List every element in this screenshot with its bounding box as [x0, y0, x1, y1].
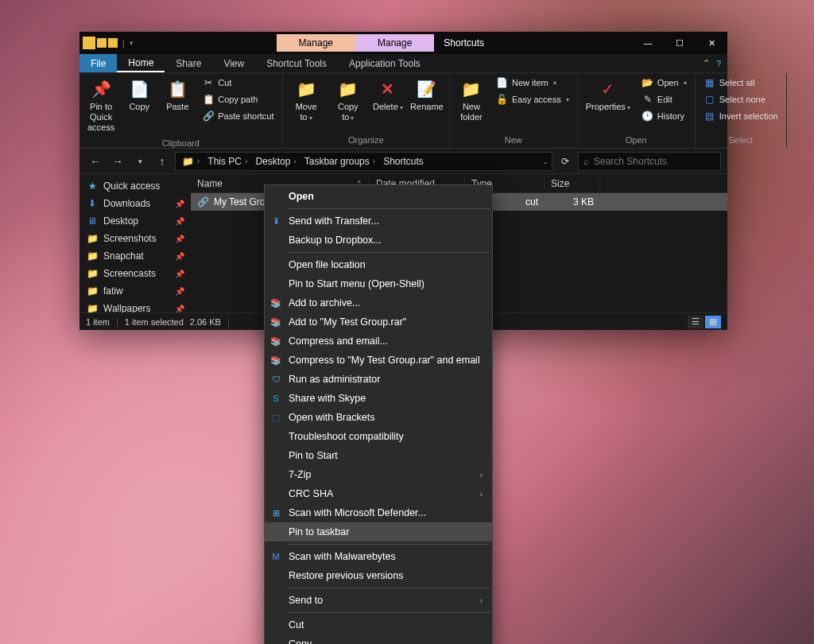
delete-icon: ✕	[377, 78, 399, 100]
ribbon-group-clipboard: 📌 Pin to Quick access 📄 Copy 📋 Paste ✂Cu…	[79, 73, 283, 148]
select-none-button[interactable]: ▢Select none	[699, 91, 783, 107]
up-button[interactable]: ↑	[153, 152, 172, 171]
help-icon[interactable]: ?	[716, 59, 721, 68]
ctx-scan-defender[interactable]: ⊞Scan with Microsoft Defender...	[265, 503, 492, 522]
tab-application-tools[interactable]: Application Tools	[338, 54, 432, 72]
copy-to-button[interactable]: 📁 Copy to▾	[328, 75, 368, 126]
cut-button[interactable]: ✂Cut	[197, 75, 278, 91]
scissors-icon: ✂	[202, 76, 215, 89]
nav-wallpapers[interactable]: 📁Wallpapers📌	[79, 300, 191, 312]
search-box[interactable]: ⌕	[578, 152, 721, 171]
rename-button[interactable]: 📝 Rename	[408, 75, 446, 115]
nav-desktop[interactable]: 🖥Desktop📌	[79, 212, 191, 230]
tab-shortcut-tools[interactable]: Shortcut Tools	[255, 54, 338, 72]
new-folder-button[interactable]: 📁 New folder	[453, 75, 490, 126]
ctx-open[interactable]: Open	[265, 187, 492, 206]
nav-screencasts[interactable]: 📁Screencasts📌	[79, 265, 191, 282]
breadcrumb-item[interactable]: Desktop›	[252, 156, 299, 167]
folder-icon	[108, 38, 118, 48]
invert-selection-button[interactable]: ▤Invert selection	[699, 108, 783, 124]
breadcrumb-item[interactable]: This PC›	[204, 156, 250, 167]
ctx-pin-start-shell[interactable]: Pin to Start menu (Open-Shell)	[265, 274, 492, 293]
nav-fatiw[interactable]: 📁fatiw📌	[79, 282, 191, 300]
pin-icon: 📌	[90, 78, 112, 100]
ctx-pin-taskbar[interactable]: Pin to taskbar	[265, 522, 492, 541]
ctx-share-skype[interactable]: SShare with Skype	[265, 389, 492, 408]
tab-share[interactable]: Share	[165, 54, 212, 72]
ctx-troubleshoot[interactable]: Troubleshoot compatibility	[265, 427, 492, 446]
ctx-restore-versions[interactable]: Restore previous versions	[265, 566, 492, 585]
ctx-copy[interactable]: Copy	[265, 634, 492, 644]
view-icons-button[interactable]: ▦	[705, 316, 721, 328]
ctx-pin-start[interactable]: Pin to Start	[265, 446, 492, 465]
nav-quick-access[interactable]: ★Quick access	[79, 177, 191, 195]
open-icon: 📂	[642, 76, 654, 89]
history-button[interactable]: 🕐History	[637, 108, 692, 124]
titlebar[interactable]: | ▾ Manage Manage Shortcuts — ☐ ✕	[79, 32, 727, 54]
ctx-compress-email[interactable]: 📚Compress and email...	[265, 332, 492, 351]
forward-button[interactable]: →	[108, 152, 127, 171]
edit-icon: ✎	[642, 93, 654, 106]
ctx-send-transfer[interactable]: ⬇Send with Transfer...	[265, 211, 492, 231]
properties-icon: ✓	[597, 78, 619, 100]
select-none-icon: ▢	[704, 93, 716, 106]
view-details-button[interactable]: ☰	[688, 316, 704, 328]
minimize-button[interactable]: —	[632, 32, 664, 54]
recent-dropdown[interactable]: ▾	[130, 152, 149, 171]
ctx-tab-application[interactable]: Manage	[355, 34, 434, 52]
close-button[interactable]: ✕	[696, 32, 727, 54]
ctx-open-location[interactable]: Open file location	[265, 255, 492, 274]
ctx-run-admin[interactable]: 🛡Run as administrator	[265, 370, 492, 389]
ctx-tab-shortcut[interactable]: Manage	[277, 34, 355, 52]
edit-button[interactable]: ✎Edit	[637, 91, 692, 107]
copy-path-button[interactable]: 📋Copy path	[197, 91, 278, 107]
back-button[interactable]: ←	[86, 152, 105, 171]
ctx-open-brackets[interactable]: ⬚Open with Brackets	[265, 408, 492, 427]
column-size[interactable]: Size	[545, 178, 600, 189]
ctx-cut[interactable]: Cut	[265, 615, 492, 634]
qat-dropdown-icon[interactable]: ▾	[130, 39, 134, 47]
breadcrumb-root-icon[interactable]: 📁›	[179, 156, 203, 167]
ctx-7zip[interactable]: 7-Zip›	[265, 465, 492, 484]
properties-button[interactable]: ✓ Properties▾	[581, 75, 635, 115]
delete-button[interactable]: ✕ Delete▾	[370, 75, 406, 115]
ctx-compress-rar-email[interactable]: 📚Compress to "My Test Group.rar" and ema…	[265, 351, 492, 370]
move-to-button[interactable]: 📁 Move to▾	[286, 75, 327, 126]
nav-screenshots[interactable]: 📁Screenshots📌	[79, 230, 191, 247]
paste-button[interactable]: 📋 Paste	[159, 75, 196, 115]
breadcrumb-dropdown-icon[interactable]: ⌄	[542, 157, 548, 165]
copy-to-icon: 📁	[337, 78, 359, 100]
easy-access-button[interactable]: 🔓Easy access▾	[491, 91, 574, 107]
maximize-button[interactable]: ☐	[664, 32, 696, 54]
select-all-button[interactable]: ▦Select all	[699, 75, 783, 91]
breadcrumb[interactable]: 📁› This PC› Desktop› Taskbar groups› Sho…	[175, 152, 552, 171]
winrar-icon: 📚	[269, 316, 282, 328]
ctx-send-to[interactable]: Send to›	[265, 591, 492, 610]
pin-icon: 📌	[175, 270, 184, 278]
desktop-icon: 🖥	[86, 215, 99, 227]
breadcrumb-item[interactable]: Taskbar groups›	[301, 156, 378, 167]
breadcrumb-item[interactable]: Shortcuts	[380, 156, 427, 167]
paste-shortcut-button[interactable]: 🔗Paste shortcut	[197, 108, 278, 124]
navigation-pane[interactable]: ★Quick access ⬇Downloads📌 🖥Desktop📌 📁Scr…	[79, 174, 191, 312]
nav-snapchat[interactable]: 📁Snapchat📌	[79, 247, 191, 265]
tab-file[interactable]: File	[79, 54, 117, 72]
ctx-backup-dropbox[interactable]: Backup to Dropbox...	[265, 231, 492, 250]
new-item-button[interactable]: 📄New item▾	[491, 75, 574, 91]
winrar-icon: 📚	[269, 297, 282, 309]
ctx-scan-malwarebytes[interactable]: MScan with Malwarebytes	[265, 547, 492, 566]
nav-downloads[interactable]: ⬇Downloads📌	[79, 195, 191, 212]
open-button[interactable]: 📂Open▾	[637, 75, 692, 91]
quick-access-toolbar: | ▾	[79, 37, 134, 49]
search-input[interactable]	[594, 156, 715, 167]
ctx-crc-sha[interactable]: CRC SHA›	[265, 484, 492, 503]
ctx-add-archive[interactable]: 📚Add to archive...	[265, 293, 492, 312]
pin-quick-access-button[interactable]: 📌 Pin to Quick access	[83, 75, 119, 137]
tab-view[interactable]: View	[212, 54, 255, 72]
ctx-add-rar[interactable]: 📚Add to "My Test Group.rar"	[265, 312, 492, 332]
pin-icon: 📌	[175, 217, 184, 226]
refresh-button[interactable]: ⟳	[556, 152, 575, 171]
tab-home[interactable]: Home	[117, 54, 165, 72]
copy-button[interactable]: 📄 Copy	[121, 75, 157, 115]
collapse-ribbon-icon[interactable]: ⌃	[703, 58, 710, 68]
